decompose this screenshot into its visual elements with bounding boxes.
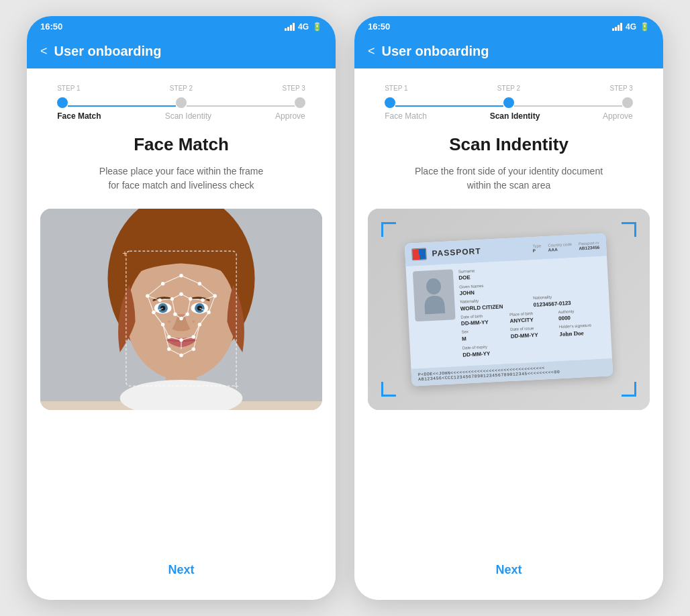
svg-point-43	[161, 282, 164, 285]
page-title-1: Face Match	[134, 134, 229, 155]
svg-point-57	[185, 313, 189, 316]
nationality-field: Nationality WORLD CITIZEN	[460, 295, 530, 312]
svg-point-45	[146, 294, 149, 297]
svg-point-60	[192, 335, 195, 338]
step1-name-1: Face Match	[57, 111, 101, 121]
passport-word: PASSPORT	[432, 246, 481, 258]
passport-card: PASSPORT Type P Country code AAA	[405, 233, 613, 386]
header-title-2: User onboarding	[382, 44, 489, 59]
step1-label-1: STEP 1	[57, 85, 80, 92]
face-scan-area: + +	[40, 209, 322, 410]
network-label-2: 4G	[626, 22, 636, 32]
corner-tr	[622, 222, 636, 237]
status-bar-1: 16:50 4G 🔋	[27, 16, 336, 37]
passport-photo	[413, 269, 456, 321]
woman-face-svg: + +	[40, 209, 322, 410]
svg-point-61	[179, 338, 183, 342]
step1-dot-2	[385, 97, 395, 108]
content-area-1: STEP 1 STEP 2 STEP 3 Face Match Scan Ide…	[27, 68, 336, 600]
svg-point-47	[158, 299, 161, 302]
svg-point-54	[161, 323, 164, 326]
step1-dot-1	[57, 97, 68, 108]
status-bar-2: 16:50 4G 🔋	[354, 16, 663, 37]
svg-point-42	[179, 274, 183, 277]
step1-name-2: Face Match	[385, 111, 427, 121]
nat-code-field: Nationality 01234567-0123	[533, 291, 603, 308]
steps-indicator-2: STEP 1 STEP 2 STEP 3 Face Match Scan Ide…	[368, 85, 650, 121]
svg-point-58	[179, 317, 183, 320]
dob-field: Date of birth DD-MM-YY	[460, 312, 506, 327]
corner-br	[622, 382, 636, 397]
step2-label-2: STEP 2	[497, 85, 520, 92]
sex-field: Sex M	[461, 327, 507, 343]
svg-point-44	[198, 282, 201, 285]
page-subtitle-1: Please place your face within the framef…	[93, 164, 270, 193]
svg-text:+: +	[122, 248, 127, 258]
step2-dot-1	[176, 97, 187, 108]
line-1-2-b	[395, 105, 503, 107]
time-2: 16:50	[368, 21, 390, 32]
signal-icon-2	[612, 23, 622, 31]
signal-icon	[285, 23, 295, 31]
svg-point-12	[192, 320, 195, 323]
face-photo-bg: + +	[40, 209, 322, 410]
step2-name-2: Scan Identity	[490, 111, 540, 121]
header-title-1: User onboarding	[54, 44, 162, 59]
step2-label-1: STEP 2	[170, 85, 193, 92]
next-button-1[interactable]: Next	[141, 556, 221, 584]
next-button-2[interactable]: Next	[469, 556, 548, 584]
corner-tl	[381, 222, 396, 237]
step3-label-1: STEP 3	[283, 85, 305, 92]
svg-point-50	[201, 299, 204, 302]
step2-dot-2	[503, 97, 514, 108]
svg-text:+: +	[234, 381, 239, 391]
status-icons-1: 4G 🔋	[285, 22, 322, 32]
page-title-2: Scan Indentity	[449, 134, 569, 155]
svg-point-68	[426, 278, 441, 295]
signature-field: Holder's signature John Doe	[559, 322, 605, 338]
battery-icon-2: 🔋	[640, 22, 650, 32]
phone-screen-2: 16:50 4G 🔋 < User onboarding STEP 1 STEP…	[354, 16, 663, 600]
svg-point-48	[170, 297, 174, 301]
svg-point-10	[197, 306, 202, 311]
step3-dot-1	[295, 97, 305, 108]
corner-bl	[381, 382, 396, 397]
step3-dot-2	[622, 97, 633, 108]
step1-label-2: STEP 1	[385, 85, 407, 92]
svg-point-49	[189, 297, 192, 301]
passport-fields: Surname DOE Given Names JOHN	[405, 256, 612, 368]
line-1-2-a	[68, 105, 176, 107]
network-label-1: 4G	[298, 22, 309, 32]
steps-indicator-1: STEP 1 STEP 2 STEP 3 Face Match Scan Ide…	[40, 85, 322, 121]
svg-point-11	[168, 320, 170, 323]
battery-icon-1: 🔋	[312, 22, 322, 32]
step2-name-1: Scan Identity	[165, 111, 211, 121]
passport-scan-area: PASSPORT Type P Country code AAA	[368, 209, 650, 410]
header-bar-2: < User onboarding	[354, 37, 663, 68]
line-2-3-a	[187, 105, 295, 107]
content-area-2: STEP 1 STEP 2 STEP 3 Face Match Scan Ide…	[354, 68, 663, 600]
line-2-3-b	[514, 105, 622, 107]
phone-screen-1: 16:50 4G 🔋 < User onboarding STEP 1 STEP…	[27, 16, 336, 600]
header-bar-1: < User onboarding	[27, 37, 336, 68]
time-1: 16:50	[40, 21, 62, 32]
back-button-2[interactable]: <	[368, 44, 375, 58]
svg-point-7	[160, 306, 165, 311]
svg-point-64	[179, 354, 183, 357]
back-button-1[interactable]: <	[40, 44, 48, 58]
svg-point-52	[152, 311, 155, 314]
svg-point-56	[173, 313, 177, 316]
svg-point-62	[167, 348, 170, 351]
doi-field: Date of issue DD-MM-YY	[510, 324, 556, 340]
person-silhouette	[420, 276, 448, 314]
status-icons-2: 4G 🔋	[612, 22, 650, 32]
page-subtitle-2: Place the front side of your identity do…	[408, 164, 609, 193]
svg-point-63	[192, 348, 195, 351]
passport-logo	[411, 248, 427, 260]
svg-point-53	[207, 311, 210, 314]
svg-point-51	[179, 292, 183, 295]
passport-info-block: Surname DOE Given Names JOHN	[458, 261, 605, 360]
pob-field: Place of birth ANYCITY	[509, 309, 555, 325]
svg-point-46	[213, 294, 216, 297]
svg-point-59	[167, 335, 170, 338]
